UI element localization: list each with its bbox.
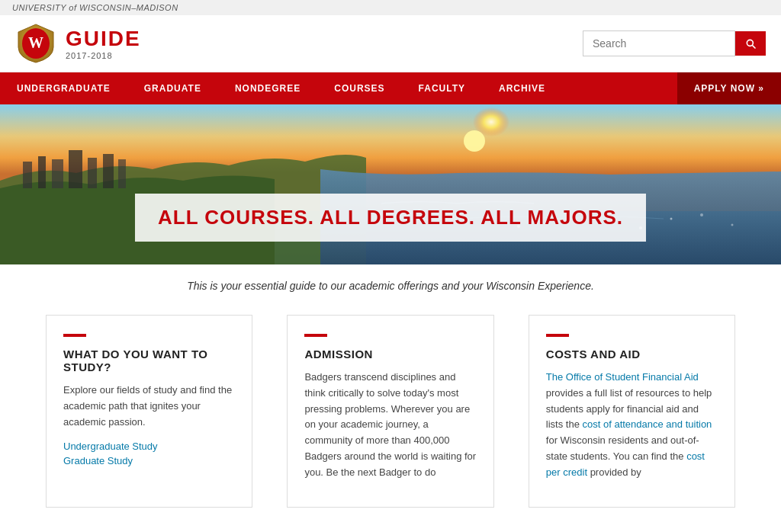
svg-point-4 (464, 130, 485, 152)
card-title-study: WHAT DO YOU WANT TO STUDY? (63, 348, 235, 373)
grad-study-link[interactable]: Graduate Study (63, 455, 235, 466)
financial-aid-link[interactable]: The Office of Student Financial Aid (546, 371, 699, 383)
guide-title: GUIDE (66, 27, 141, 51)
card-title-costs: COSTS AND AID (546, 348, 718, 361)
search-input[interactable] (583, 30, 735, 56)
nav-item-apply-now[interactable]: APPLY NOW » (677, 72, 781, 104)
tagline-text: This is your essential guide to our acad… (187, 280, 594, 292)
svg-rect-6 (38, 156, 46, 188)
university-name: UNIVERSITY of WISCONSIN–MADISON (12, 3, 178, 12)
hero-section: ALL COURSES. ALL DEGREES. ALL MAJORS. (0, 104, 781, 264)
costs-body2: for Wisconsin residents and out-of-state… (546, 434, 699, 462)
nav-item-courses[interactable]: COURSES (317, 72, 401, 104)
svg-rect-5 (23, 162, 32, 188)
nav-item-undergraduate[interactable]: UNDERGRADUATE (0, 72, 127, 104)
card-body-costs: The Office of Student Financial Aid prov… (546, 370, 718, 481)
search-area (583, 30, 766, 56)
svg-rect-10 (103, 154, 114, 188)
main-nav: UNDERGRADUATE GRADUATE NONDEGREE COURSES… (0, 72, 781, 104)
svg-point-22 (731, 224, 734, 226)
undergrad-study-link[interactable]: Undergraduate Study (63, 441, 235, 452)
card-accent-admission (304, 334, 327, 337)
card-admission: ADMISSION Badgers transcend disciplines … (287, 315, 493, 508)
cards-section: WHAT DO YOU WANT TO STUDY? Explore our f… (0, 300, 781, 523)
site-header: W GUIDE 2017-2018 (0, 15, 781, 72)
university-topbar: UNIVERSITY of WISCONSIN–MADISON (0, 0, 781, 15)
guide-branding: GUIDE 2017-2018 (66, 27, 141, 60)
card-title-admission: ADMISSION (304, 348, 476, 361)
card-accent-costs (546, 334, 569, 337)
svg-rect-9 (88, 158, 97, 188)
nav-item-nondegree[interactable]: NONDEGREE (218, 72, 317, 104)
nav-item-archive[interactable]: ARCHIVE (482, 72, 562, 104)
cost-attendance-link[interactable]: cost of attendance and tuition (583, 418, 712, 430)
search-icon (744, 37, 757, 50)
tagline: This is your essential guide to our acad… (0, 264, 781, 300)
svg-rect-7 (52, 159, 63, 188)
card-body-admission: Badgers transcend disciplines and think … (304, 370, 476, 481)
card-study: WHAT DO YOU WANT TO STUDY? Explore our f… (46, 315, 252, 508)
uw-logo: W (15, 23, 56, 64)
search-button[interactable] (735, 31, 766, 56)
card-body-study: Explore our fields of study and find the… (63, 383, 235, 430)
hero-banner: ALL COURSES. ALL DEGREES. ALL MAJORS. (135, 194, 646, 242)
svg-rect-11 (118, 159, 126, 188)
svg-point-20 (670, 218, 673, 220)
logo-area[interactable]: W GUIDE 2017-2018 (15, 23, 141, 64)
costs-body3: provided by (587, 466, 641, 478)
guide-subtitle: 2017-2018 (66, 51, 141, 60)
hero-banner-text: ALL COURSES. ALL DEGREES. ALL MAJORS. (158, 206, 623, 229)
svg-point-21 (700, 213, 703, 216)
card-accent-study (63, 334, 86, 337)
nav-item-faculty[interactable]: FACULTY (402, 72, 482, 104)
nav-item-graduate[interactable]: GRADUATE (127, 72, 218, 104)
svg-text:W: W (28, 34, 43, 51)
card-costs: COSTS AND AID The Office of Student Fina… (529, 315, 735, 508)
svg-rect-8 (69, 150, 82, 188)
